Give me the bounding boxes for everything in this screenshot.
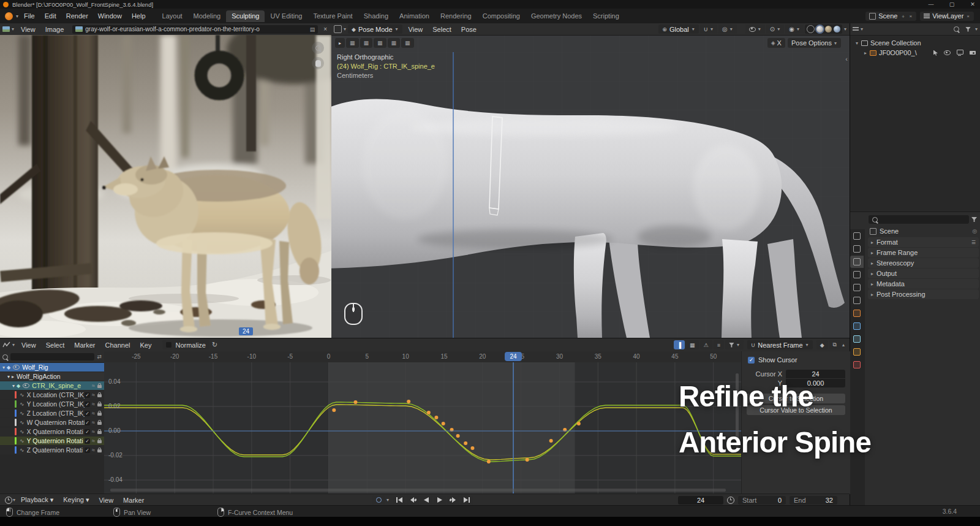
properties-tab-modifiers-icon[interactable] <box>850 320 864 332</box>
outliner-search-icon[interactable] <box>954 26 959 32</box>
menu-help[interactable]: Help <box>127 12 151 20</box>
remove-viewlayer-icon[interactable]: × <box>967 13 970 19</box>
frame-scrub-bar[interactable]: -25-20-15-10-505101520253035404550 24 <box>104 351 741 363</box>
properties-tab-particles-icon[interactable] <box>850 333 864 345</box>
unlink-image-button[interactable]: × <box>322 26 329 32</box>
properties-tab-scene-icon[interactable] <box>850 281 864 294</box>
graph-menu-key[interactable]: Key <box>135 341 156 349</box>
select-mode-3[interactable]: ▦ <box>374 38 386 48</box>
next-keyframe-button[interactable] <box>447 495 459 505</box>
lock-icon[interactable] <box>97 431 102 434</box>
workspace-tab-scripting[interactable]: Scripting <box>587 10 625 22</box>
graph-editor-type-icon[interactable] <box>2 341 10 348</box>
properties-panel-stereoscopy[interactable]: ▸Stereoscopy <box>868 258 979 268</box>
properties-tab-output-icon[interactable] <box>850 256 864 268</box>
workspace-tab-sculpting[interactable]: Sculpting <box>226 10 265 22</box>
play-reverse-button[interactable] <box>420 495 432 505</box>
channel-row-wolf-rig[interactable]: ▾◆Wolf_Rig <box>0 363 104 372</box>
channel-row-y-quaternion-rotati[interactable]: ∿Y Quaternion Rotati✓≈ <box>0 436 104 445</box>
timeline-menu-keying[interactable]: Keying ▾ <box>58 496 94 504</box>
properties-panel-post-processing[interactable]: ▸Post Processing <box>868 289 979 299</box>
properties-panel-output[interactable]: ▸Output <box>868 269 979 278</box>
modifier-icon[interactable]: ≈ <box>92 410 95 416</box>
disable-viewport-icon[interactable] <box>957 50 963 55</box>
channel-enable-checkbox[interactable]: ✓ <box>85 392 90 398</box>
normalization-icon-button[interactable]: ▦ <box>686 340 699 349</box>
pose-options-dropdown[interactable]: Pose Options ▾ <box>788 38 841 48</box>
properties-tab-object-icon[interactable] <box>850 307 864 319</box>
channel-enable-checkbox[interactable]: ✓ <box>85 420 90 425</box>
shading-material-button[interactable] <box>825 26 832 32</box>
expand-icon[interactable]: ▾ <box>856 40 858 46</box>
gizmo-toggle[interactable]: ⊙▾ <box>766 25 784 34</box>
workspace-tab-compositing[interactable]: Compositing <box>477 10 526 22</box>
workspace-tab-layout[interactable]: Layout <box>157 10 188 22</box>
image-menu-image[interactable]: Image <box>40 26 69 33</box>
lock-icon[interactable] <box>97 422 102 425</box>
workspace-tab-texture-paint[interactable]: Texture Paint <box>307 10 358 22</box>
properties-panel-frame-range[interactable]: ▸Frame Range <box>868 248 979 257</box>
pan-hand-gizmo-icon[interactable] <box>312 57 324 69</box>
lock-icon[interactable] <box>97 440 102 443</box>
outliner-editor-type-icon[interactable] <box>853 27 859 32</box>
expand-icon[interactable]: ▸ <box>864 50 867 56</box>
pivot-button[interactable]: ◆ <box>816 340 828 349</box>
select-mode-1[interactable]: ▦ <box>346 38 359 48</box>
workspace-tab-geometry-nodes[interactable]: Geometry Nodes <box>526 10 587 22</box>
menu-render[interactable]: Render <box>61 12 93 20</box>
modifier-icon[interactable]: ≈ <box>92 429 95 435</box>
minimize-button[interactable]: — <box>921 1 941 7</box>
select-mode-5[interactable]: ▦ <box>401 38 414 48</box>
maximize-button[interactable]: ▢ <box>941 1 962 7</box>
channel-row-x-location-ctr-ik-[interactable]: ∿X Location (CTR_IK_✓≈ <box>0 391 104 399</box>
mirror-x-toggle[interactable]: ◈ X <box>767 38 785 48</box>
timeline-menu-playback[interactable]: Playback ▾ <box>16 496 58 504</box>
current-frame-field[interactable]: 24 <box>678 496 723 505</box>
workspace-tab-modeling[interactable]: Modeling <box>188 10 227 22</box>
proportional-edit-toggle[interactable]: ◎▾ <box>718 25 737 34</box>
scene-selector[interactable]: Scene ＋ × <box>865 12 916 21</box>
graph-menu-channel[interactable]: Channel <box>100 341 135 349</box>
channel-enable-checkbox[interactable]: ✓ <box>85 411 90 416</box>
prev-keyframe-button[interactable] <box>407 495 419 505</box>
graph-filter-button[interactable]: ▾ <box>725 340 744 349</box>
lock-icon[interactable] <box>97 413 102 416</box>
properties-filter-icon[interactable] <box>971 217 977 222</box>
workspace-tab-uv-editing[interactable]: UV Editing <box>265 10 307 22</box>
modifier-icon[interactable]: ≈ <box>92 383 95 389</box>
menu-edit[interactable]: Edit <box>40 12 61 20</box>
workspace-tab-animation[interactable]: Animation <box>394 10 435 22</box>
timeline-menu-view[interactable]: View <box>94 497 118 504</box>
channel-row-y-location-ctr-ik-[interactable]: ∿Y Location (CTR_IK_✓≈ <box>0 400 104 408</box>
modifier-icon[interactable]: ≈ <box>92 401 95 407</box>
close-button[interactable]: ✕ <box>962 1 980 7</box>
normalize-toggle[interactable]: Normalize <box>162 340 209 349</box>
viewport-menu-view[interactable]: View <box>404 26 428 33</box>
show-cursor-checkbox[interactable]: ✓ <box>748 357 755 364</box>
image-editor-type-icon[interactable] <box>2 26 10 32</box>
panel-presets-icon[interactable]: ☰ <box>971 240 976 245</box>
outliner-filter-icon[interactable] <box>965 27 971 32</box>
workspace-tab-rendering[interactable]: Rendering <box>435 10 477 22</box>
properties-panel-format[interactable]: ▸Format☰ <box>868 237 979 247</box>
orientation-dropdown[interactable]: ⊕ Global ▾ <box>658 25 698 34</box>
channel-row-wolf-rigaction[interactable]: ▾▸Wolf_RigAction <box>0 372 104 381</box>
object-visibility-toggle[interactable]: ▾ <box>745 25 765 34</box>
show-cursor-toggle-header[interactable]: ▐ <box>674 340 685 349</box>
lock-icon[interactable] <box>97 403 102 406</box>
channel-enable-checkbox[interactable]: ✓ <box>85 402 90 407</box>
properties-tab-physics-icon[interactable] <box>850 346 864 358</box>
use-preview-range-icon[interactable] <box>727 497 734 504</box>
modifier-icon[interactable]: ≈ <box>92 438 95 444</box>
pin-icon[interactable]: ◎ <box>972 228 977 234</box>
timeline-menu-marker[interactable]: Marker <box>118 497 149 504</box>
image-menu-view[interactable]: View <box>16 26 40 33</box>
shading-rendered-button[interactable] <box>834 26 840 32</box>
graph-menu-view[interactable]: View <box>17 341 41 349</box>
channel-row-w-quaternion-rotati[interactable]: ∿W Quaternion Rotati✓≈ <box>0 418 104 427</box>
image-datablock-field[interactable]: gray-wolf-or-eurasian-wolf-a-common-pred… <box>72 25 318 34</box>
properties-search-input[interactable] <box>869 215 969 224</box>
workspace-tab-shading[interactable]: Shading <box>358 10 394 22</box>
refresh-icon[interactable]: ↻ <box>212 341 217 349</box>
frame-start-field[interactable]: Start 0 <box>738 496 786 505</box>
